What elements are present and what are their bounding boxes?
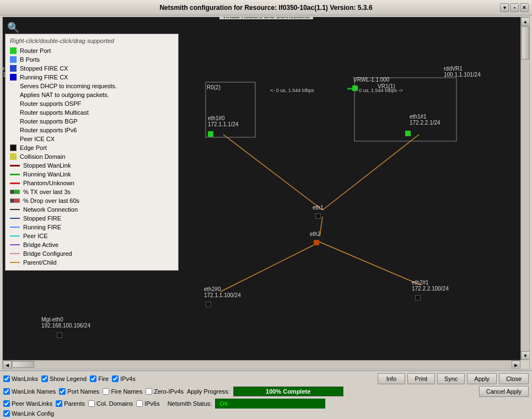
running-wanlink-icon xyxy=(10,174,20,175)
scroll-thumb-v[interactable] xyxy=(522,26,529,60)
legend-item-network-connection: Network Connection xyxy=(10,205,174,214)
eth2-0-label: eth2#0172.1.1.100/24 xyxy=(204,286,241,298)
scroll-up-button[interactable]: ▲ xyxy=(521,17,530,26)
sync-button[interactable]: Sync xyxy=(437,373,465,384)
ipv4s-label: IPv4s xyxy=(120,375,136,382)
drop-icon xyxy=(10,198,20,203)
legend-item-peer-ice-cx: Peer ICE CX xyxy=(10,135,174,143)
minimize-button[interactable]: ▾ xyxy=(500,3,509,12)
network-connection-icon xyxy=(10,209,20,210)
legend-item-phantom: Phantom/Unknown xyxy=(10,179,174,187)
scrollbar-vertical[interactable]: ▲ ▼ xyxy=(520,17,529,360)
fire-names-checkbox[interactable] xyxy=(103,388,109,395)
running-fire-icon xyxy=(10,227,20,228)
close-button[interactable]: ✕ xyxy=(520,3,529,12)
print-button[interactable]: Print xyxy=(407,373,435,384)
main-container: Virtual Routers and Connections ▲ ▼ ◀ ▶ … xyxy=(0,15,532,419)
eth2-node-dot xyxy=(314,240,319,245)
scroll-down-button[interactable]: ▼ xyxy=(521,351,530,360)
legend-item-dhcp: Serves DHCP to incoming requests. xyxy=(10,82,174,90)
wanlink-config-checkbox-item: WanLink Config xyxy=(3,410,54,417)
scroll-right-button[interactable]: ▶ xyxy=(512,361,520,369)
eth2-1-dot xyxy=(415,295,421,300)
info-button[interactable]: Info xyxy=(378,373,405,384)
vrwl-left-dot xyxy=(352,85,358,91)
ospf-icon xyxy=(10,100,17,107)
eth2-1-label: eth2#1172.2.2.100/24 xyxy=(412,280,449,292)
stopped-fire-icon xyxy=(10,218,20,219)
port-names-checkbox[interactable] xyxy=(59,388,66,395)
eth2-node-label: eth2 xyxy=(310,231,320,237)
b-ports-icon xyxy=(10,56,17,63)
port-names-checkbox-item: Port Names xyxy=(59,388,99,395)
mgt-eth0-label: Mgt-eth0192.168.100.106/24 xyxy=(41,316,90,329)
wanlink-config-checkbox[interactable] xyxy=(3,410,10,417)
eth1-1-label: eth1#1172.2.2.1/24 xyxy=(410,114,440,126)
phantom-icon xyxy=(10,182,20,184)
parents-checkbox-item: Parents xyxy=(56,400,85,407)
fire-checkbox[interactable] xyxy=(90,375,96,382)
scroll-thumb-h[interactable] xyxy=(12,361,34,368)
legend-item-running-wanlink: Running WanLink xyxy=(10,170,174,179)
dhcp-icon xyxy=(10,83,17,89)
ipv4s-checkbox[interactable] xyxy=(112,375,119,382)
ipv4s-checkbox-item: IPv4s xyxy=(112,375,136,382)
legend-item-peer-ice: Peer ICE xyxy=(10,232,174,240)
stopped-fire-cx-icon xyxy=(10,65,17,72)
col-domains-checkbox-item: Col. Domains xyxy=(88,400,133,407)
cancel-apply-button[interactable]: Cancel Apply xyxy=(479,386,529,397)
eth1-1-port-dot xyxy=(405,131,411,136)
maximize-button[interactable]: ▪ xyxy=(510,3,519,12)
eth2-0-dot xyxy=(206,302,211,307)
rddvr1-label: rddVR1 100.1.1.101/24 xyxy=(444,66,481,78)
stopped-wanlink-icon xyxy=(10,165,20,166)
zero-ipv4s-checkbox[interactable] xyxy=(146,388,152,395)
apply-button[interactable]: Apply xyxy=(467,373,497,384)
bridge-configured-icon xyxy=(10,253,20,254)
fire-label: Fire xyxy=(98,375,109,382)
edge-port-icon xyxy=(10,144,17,151)
bgp-icon xyxy=(10,118,17,125)
svg-line-3 xyxy=(221,242,320,292)
show-legend-checkbox[interactable] xyxy=(41,375,48,382)
vrwl-label: VRWL-1.1.000 xyxy=(353,77,389,83)
eth1-0-port-dot xyxy=(208,131,213,137)
eth1-node-dot xyxy=(315,213,321,219)
fire-checkbox-item: Fire xyxy=(90,375,109,382)
wanlink-names-checkbox-item: WanLink Names xyxy=(3,388,56,395)
action-buttons: Info Print Sync Apply Close xyxy=(378,373,529,384)
parents-checkbox[interactable] xyxy=(56,400,62,407)
svg-line-0 xyxy=(223,135,323,210)
zero-ipv4s-label: Zero-IPv4s xyxy=(154,388,184,395)
window-title: Netsmith configuration for Resource: lf0… xyxy=(159,4,372,12)
legend-item-nat: Applies NAT to outgoing packets. xyxy=(10,90,174,99)
bottom-section: WanLinks Show Legend Fire IPv4s Info Pri… xyxy=(0,370,532,419)
peer-ice-icon xyxy=(10,235,20,237)
close-button[interactable]: Close xyxy=(499,373,529,384)
legend-item-multicast: Router supports Multicast xyxy=(10,108,174,117)
magnifier-icon[interactable]: 🔍 xyxy=(7,22,19,34)
eth1-0-label: eth1#0172.1.1.1/24 xyxy=(208,115,239,127)
wanlinks-checkbox[interactable] xyxy=(3,375,10,382)
eth1-node-label: eth1 xyxy=(313,205,323,211)
bridge-active-icon xyxy=(10,244,20,245)
wanlink-names-checkbox[interactable] xyxy=(3,388,10,395)
peer-wanlinks-checkbox[interactable] xyxy=(3,400,10,407)
title-bar: Netsmith configuration for Resource: lf0… xyxy=(0,0,532,15)
canvas-section: Virtual Routers and Connections ▲ ▼ ◀ ▶ … xyxy=(2,17,530,369)
scroll-track-h xyxy=(12,361,512,368)
title-bar-buttons: ▾ ▪ ✕ xyxy=(500,3,529,12)
scrollbar-horizontal[interactable]: ◀ ▶ xyxy=(3,360,520,369)
peer-wanlinks-label: Peer WanLinks xyxy=(12,400,52,407)
legend-item-ipv6: Router supports IPv6 xyxy=(10,126,174,135)
col-domains-checkbox[interactable] xyxy=(88,400,95,407)
legend-item-ospf: Router supports OSPF xyxy=(10,99,174,108)
toolbar-row-2: WanLink Names Port Names Fire Names Zero… xyxy=(3,386,529,397)
toolbar-row-4: WanLink Config xyxy=(3,410,529,417)
apply-progress-label: Apply Progress: xyxy=(187,388,230,395)
ipv6s-checkbox[interactable] xyxy=(136,400,143,407)
wanlinks-label: WanLinks xyxy=(12,375,38,382)
scroll-left-button[interactable]: ◀ xyxy=(3,361,12,369)
link2-label: 0 us, 1.544 Mbps -> xyxy=(359,88,403,93)
legend-item-edge-port: Edge Port xyxy=(10,143,174,152)
